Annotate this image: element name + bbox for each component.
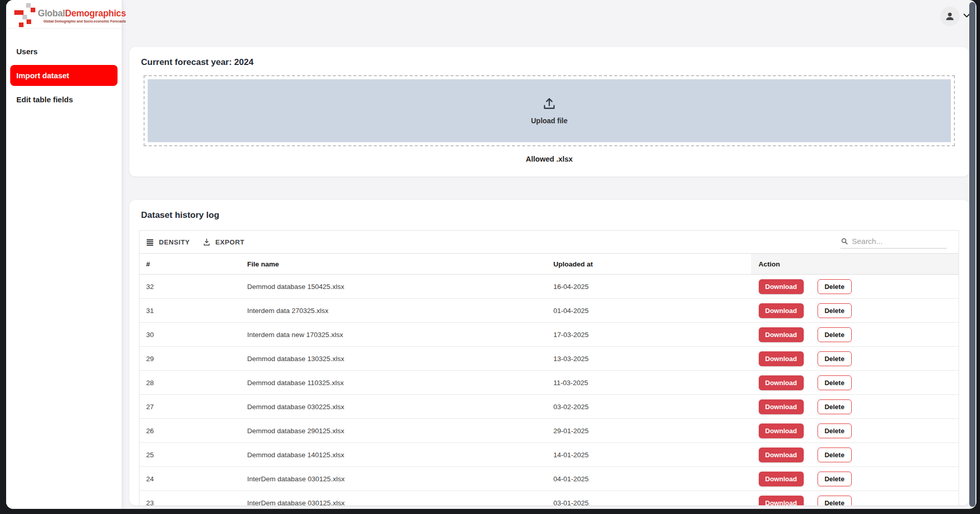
row-id: 31 <box>139 307 241 315</box>
row-id: 27 <box>139 403 241 411</box>
row-actions: Download Delete <box>751 279 959 294</box>
brand-name-global: Global <box>38 8 65 18</box>
table-row: 28 Demmod database 110325.xlsx 11-03-202… <box>139 371 959 395</box>
row-actions: Download Delete <box>751 327 959 342</box>
row-uploaded: 29-01-2025 <box>547 427 751 435</box>
history-card: Dataset history log DENSITY <box>129 200 969 505</box>
sidebar-item-import-dataset[interactable]: Import dataset <box>10 65 118 86</box>
brand-tagline: Global Demographic and Socio-economic Fo… <box>38 19 126 23</box>
table-body: 32 Demmod database 150425.xlsx 16-04-202… <box>139 275 959 505</box>
upload-area[interactable]: Upload file <box>148 79 951 142</box>
row-actions: Download Delete <box>751 448 959 462</box>
file-dropzone[interactable]: Upload file <box>144 75 955 146</box>
delete-button[interactable]: Delete <box>818 279 852 294</box>
user-avatar-button[interactable] <box>940 7 960 26</box>
row-actions: Download Delete <box>751 399 959 414</box>
delete-button[interactable]: Delete <box>818 351 852 366</box>
upload-icon <box>542 97 556 111</box>
table-row: 26 Demmod database 290125.xlsx 29-01-202… <box>139 419 959 443</box>
row-uploaded: 03-02-2025 <box>547 403 751 411</box>
delete-button[interactable]: Delete <box>818 496 852 506</box>
download-button[interactable]: Download <box>759 496 804 506</box>
row-filename: Interdem data 270325.xlsx <box>241 307 547 315</box>
density-label: DENSITY <box>159 238 190 246</box>
row-filename: InterDem database 030125.xlsx <box>241 499 547 506</box>
row-actions: Download Delete <box>751 375 959 390</box>
row-filename: Demmod database 130325.xlsx <box>241 355 547 363</box>
forecast-title: Current forecast year: 2024 <box>129 47 969 68</box>
download-button[interactable]: Download <box>759 279 804 294</box>
row-filename: Demmod database 140125.xlsx <box>241 451 547 459</box>
sidebar-nav: Users Import dataset Edit table fields <box>6 29 122 108</box>
table-search <box>841 236 947 249</box>
table-row: 24 InterDem database 030125.xlsx 04-01-2… <box>139 467 959 491</box>
row-actions: Download Delete <box>751 423 959 438</box>
search-input[interactable] <box>852 237 947 245</box>
export-icon <box>202 238 211 247</box>
row-actions: Download Delete <box>751 303 959 318</box>
table-row: 31 Interdem data 270325.xlsx 01-04-2025 … <box>139 299 959 323</box>
download-button[interactable]: Download <box>759 399 804 414</box>
upload-label: Upload file <box>531 117 568 125</box>
row-id: 26 <box>139 427 241 435</box>
delete-button[interactable]: Delete <box>818 472 852 486</box>
allowed-formats-note: Allowed .xlsx <box>129 155 969 163</box>
forecast-card: Current forecast year: 2024 Upload file … <box>129 47 969 176</box>
row-filename: Demmod database 150425.xlsx <box>241 283 547 290</box>
column-header-filename[interactable]: File name <box>241 254 547 274</box>
row-id: 23 <box>139 499 241 506</box>
row-id: 25 <box>139 451 241 459</box>
main-content: Current forecast year: 2024 Upload file … <box>122 0 976 509</box>
export-label: EXPORT <box>216 238 245 246</box>
row-actions: Download Delete <box>751 472 959 486</box>
brand-logo: GlobalDemographics Global Demographic an… <box>6 0 122 29</box>
download-button[interactable]: Download <box>759 472 804 486</box>
delete-button[interactable]: Delete <box>818 303 852 318</box>
delete-button[interactable]: Delete <box>818 399 852 414</box>
column-header-uploaded[interactable]: Uploaded at <box>547 254 751 274</box>
row-filename: Demmod database 290125.xlsx <box>241 427 547 435</box>
download-button[interactable]: Download <box>759 375 804 390</box>
table-toolbar: DENSITY EXPORT <box>139 231 959 253</box>
row-uploaded: 04-01-2025 <box>547 475 751 483</box>
row-filename: Demmod database 030225.xlsx <box>241 403 547 411</box>
sidebar-item-edit-table-fields[interactable]: Edit table fields <box>6 91 122 108</box>
row-filename: InterDem database 030125.xlsx <box>241 475 547 483</box>
row-uploaded: 14-01-2025 <box>547 451 751 459</box>
row-uploaded: 17-03-2025 <box>547 331 751 339</box>
row-uploaded: 16-04-2025 <box>547 283 751 290</box>
app-window: GlobalDemographics Global Demographic an… <box>6 0 976 509</box>
delete-button[interactable]: Delete <box>818 448 852 462</box>
download-button[interactable]: Download <box>759 423 804 438</box>
density-button[interactable]: DENSITY <box>146 238 190 247</box>
column-header-action: Action <box>751 254 959 274</box>
row-uploaded: 03-01-2025 <box>547 499 751 506</box>
column-header-id[interactable]: # <box>139 254 241 274</box>
delete-button[interactable]: Delete <box>818 423 852 438</box>
row-uploaded: 01-04-2025 <box>547 307 751 315</box>
row-id: 24 <box>139 475 241 483</box>
delete-button[interactable]: Delete <box>818 327 852 342</box>
table-row: 30 Interdem data new 170325.xlsx 17-03-2… <box>139 323 959 347</box>
row-actions: Download Delete <box>751 496 959 506</box>
download-button[interactable]: Download <box>759 303 804 318</box>
row-uploaded: 13-03-2025 <box>547 355 751 363</box>
person-icon <box>944 11 955 22</box>
brand-wordmark: GlobalDemographics Global Demographic an… <box>38 8 126 23</box>
download-button[interactable]: Download <box>759 351 804 366</box>
delete-button[interactable]: Delete <box>818 375 852 390</box>
download-button[interactable]: Download <box>759 327 804 342</box>
brand-name-demographics: Demographics <box>65 8 126 18</box>
export-button[interactable]: EXPORT <box>202 238 245 247</box>
window-scrollbar[interactable] <box>969 2 975 507</box>
row-id: 32 <box>139 283 241 290</box>
table-row: 32 Demmod database 150425.xlsx 16-04-202… <box>139 275 959 299</box>
sidebar-item-users[interactable]: Users <box>6 43 122 60</box>
density-icon <box>146 238 154 247</box>
sidebar: GlobalDemographics Global Demographic an… <box>6 0 122 509</box>
table-header-row: # File name Uploaded at Action <box>139 253 959 275</box>
download-button[interactable]: Download <box>759 448 804 462</box>
row-id: 29 <box>139 355 241 363</box>
row-filename: Demmod database 110325.xlsx <box>241 379 547 387</box>
table-row: 23 InterDem database 030125.xlsx 03-01-2… <box>139 491 959 505</box>
